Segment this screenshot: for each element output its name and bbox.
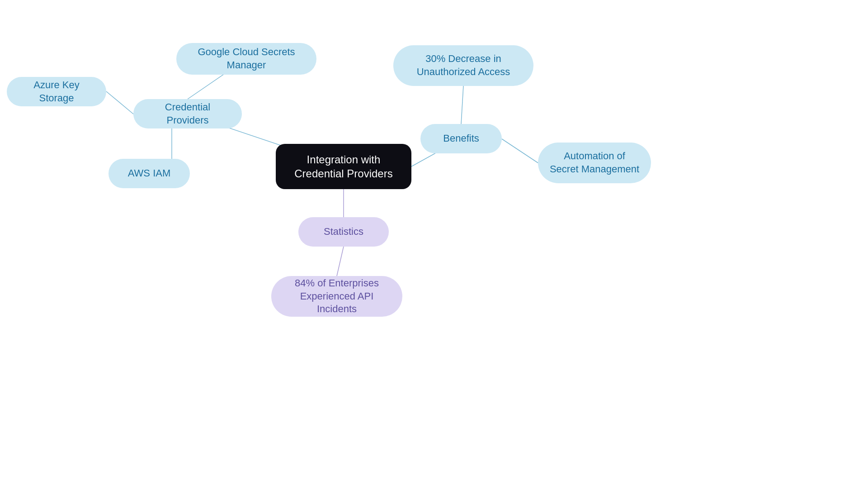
decrease-node: 30% Decrease in Unauthorized Access — [393, 45, 533, 86]
svg-line-6 — [502, 139, 538, 163]
svg-line-2 — [106, 91, 133, 114]
azure-node: Azure Key Storage — [7, 77, 106, 106]
aws-label: AWS IAM — [128, 167, 171, 180]
google-cloud-label: Google Cloud Secrets Manager — [187, 46, 306, 71]
center-node-label: Integration with Credential Providers — [287, 152, 401, 181]
google-cloud-node: Google Cloud Secrets Manager — [176, 43, 316, 75]
enterprises-label: 84% of Enterprises Experienced API Incid… — [282, 277, 392, 316]
benefits-node: Benefits — [420, 124, 502, 153]
credential-providers-label: Credential Providers — [144, 101, 231, 127]
svg-line-8 — [337, 247, 344, 276]
azure-label: Azure Key Storage — [18, 79, 95, 105]
decrease-label: 30% Decrease in Unauthorized Access — [404, 52, 523, 78]
benefits-label: Benefits — [443, 132, 479, 145]
automation-label: Automation of Secret Management — [549, 150, 640, 176]
credential-providers-node: Credential Providers — [133, 99, 242, 128]
statistics-label: Statistics — [324, 225, 363, 238]
svg-line-5 — [461, 86, 463, 124]
center-node: Integration with Credential Providers — [276, 144, 411, 189]
aws-node: AWS IAM — [108, 159, 190, 188]
automation-node: Automation of Secret Management — [538, 143, 651, 183]
statistics-node: Statistics — [298, 217, 389, 247]
enterprises-node: 84% of Enterprises Experienced API Incid… — [271, 276, 402, 317]
